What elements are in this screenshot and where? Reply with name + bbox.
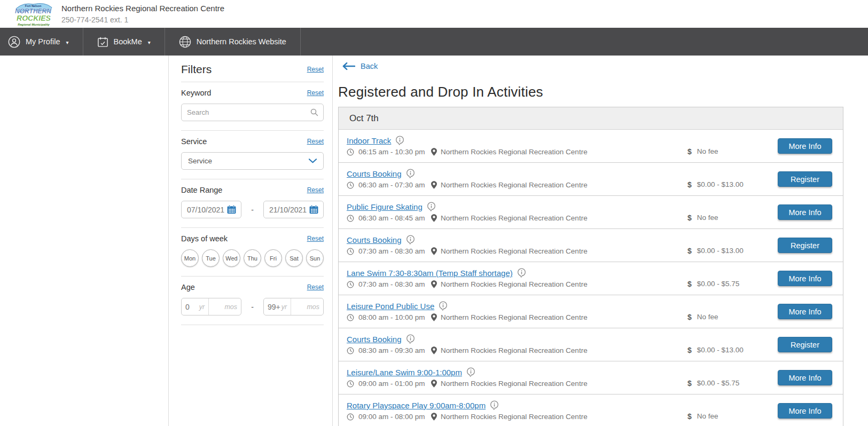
activity-action-button[interactable]: More Info [778,271,832,286]
keyword-search-input[interactable] [181,104,324,121]
days-of-week-reset-link[interactable]: Reset [307,235,324,242]
activity-title-link[interactable]: Public Figure Skating [347,202,423,211]
activity-location: Northern Rockies Regional Recreation Cen… [441,346,588,354]
service-select[interactable]: Service [181,152,324,170]
activity-fee: $0.00 - $5.75 [697,379,740,387]
dollar-icon: $ [687,181,692,188]
activity-title-link[interactable]: Courts Booking [347,235,402,244]
calendar-icon[interactable] [309,205,318,214]
clock-icon [347,182,354,189]
back-arrow-icon [342,62,355,70]
activity-time: 06:30 am - 08:45 am [358,214,425,222]
day-toggle-button[interactable]: Tue [202,249,220,267]
date-to-value: 21/10/2021 [269,206,307,214]
activity-action-button[interactable]: Register [778,171,832,187]
activity-fee: $0.00 - $5.75 [697,280,740,288]
activity-title-link[interactable]: Leisure Pond Public Use [347,302,434,311]
activity-title-link[interactable]: Courts Booking [347,335,402,344]
nav-item-website[interactable]: Northern Rockies Website [165,28,301,56]
service-reset-link[interactable]: Reset [307,138,324,145]
day-toggle-button[interactable]: Wed [223,249,240,267]
activity-location: Northern Rockies Regional Recreation Cen… [441,181,588,189]
info-icon[interactable] [406,334,415,344]
date-range-label: Date Range [181,186,222,194]
date-range-separator: - [241,206,263,214]
activity-row: Lane Swim 7:30-8:30am (Temp Staff shorta… [339,262,843,295]
activity-time: 08:30 am - 09:30 am [358,346,425,354]
age-from-years-input[interactable]: 0 yr [182,298,208,315]
nav-item-my-profile[interactable]: My Profile ▾ [0,28,83,56]
age-to-years-input[interactable]: 99+ yr [264,298,291,315]
day-toggle-button[interactable]: Thu [244,249,261,267]
service-select-value: Service [188,157,212,165]
date-to-input[interactable]: 21/10/2021 [263,201,324,218]
site-phone: 250-774-2541 ext. 1 [61,15,224,24]
activity-title-link[interactable]: Indoor Track [347,136,391,145]
activity-action-button[interactable]: More Info [778,304,832,319]
age-to-months-input[interactable]: mos [291,298,323,315]
info-icon[interactable] [517,268,526,278]
activity-location: Northern Rockies Regional Recreation Cen… [441,413,588,421]
activity-action-button[interactable]: Register [778,337,832,352]
location-pin-icon [431,313,437,321]
nav-item-label: My Profile [26,37,60,46]
dollar-icon: $ [687,280,692,288]
logo-bottom-text: Regional Municipality [18,23,50,26]
location-pin-icon [431,346,437,354]
day-toggle-button[interactable]: Fri [264,249,282,267]
info-icon[interactable] [395,136,404,146]
age-years-suffix: yr [199,303,205,311]
activity-action-button[interactable]: More Info [778,403,832,419]
filters-reset-all-link[interactable]: Reset [307,66,324,73]
info-icon[interactable] [439,301,448,311]
activity-action-button[interactable]: More Info [778,204,832,220]
age-from-years-value: 0 [185,303,190,311]
logo-top-text: Fort Nelson [25,4,42,7]
date-from-input[interactable]: 07/10/2021 [181,201,241,218]
age-months-suffix: mos [307,303,319,311]
activity-fee: $0.00 - $13.00 [697,180,744,188]
activity-title-link[interactable]: Rotary Playspace Play 9:00am-8:00pm [347,401,486,410]
location-pin-icon [431,380,437,388]
clock-icon [347,413,354,421]
age-reset-link[interactable]: Reset [307,283,324,291]
globe-icon [179,36,191,48]
calendar-icon[interactable] [227,205,236,214]
activity-time: 08:00 am - 10:00 pm [358,313,425,321]
filters-title: Filters [181,63,212,76]
age-from-months-input[interactable]: mos [208,298,241,315]
activity-row: Rotary Playspace Play 9:00am-8:00pm [339,395,843,426]
back-link[interactable]: Back [342,62,378,70]
activity-time: 06:15 am - 10:30 pm [358,148,425,156]
keyword-reset-link[interactable]: Reset [307,89,324,97]
age-from-group: 0 yr mos [181,298,241,315]
activity-fee: No fee [697,412,718,420]
age-to-years-value: 99+ [268,303,280,311]
activity-title-link[interactable]: Leisure/Lane Swim 9:00-1:00pm [347,368,462,377]
activities-table: Oct 7th Indoor Track [338,107,843,426]
age-years-suffix: yr [281,303,287,311]
location-pin-icon [431,214,437,222]
activity-fee: No fee [697,214,718,222]
activity-row: Public Figure Skating 0 [339,196,843,229]
activities-list: Indoor Track 06:15 am - [339,130,843,426]
day-toggle-button[interactable]: Mon [181,249,199,267]
info-icon[interactable] [427,202,436,212]
info-icon[interactable] [406,235,415,245]
activity-title-link[interactable]: Lane Swim 7:30-8:30am (Temp Staff shorta… [347,269,513,278]
info-icon[interactable] [406,169,415,179]
main-content: Back Registered and Drop In Activities O… [338,56,843,426]
clock-icon [347,281,354,288]
day-toggle-button[interactable]: Sat [285,249,303,267]
date-range-reset-link[interactable]: Reset [307,186,324,194]
day-toggle-button[interactable]: Sun [306,249,324,267]
activity-title-link[interactable]: Courts Booking [347,169,402,178]
activity-action-button[interactable]: Register [778,238,832,253]
activity-action-button[interactable]: More Info [778,370,832,385]
activity-action-button[interactable]: More Info [778,138,832,154]
dollar-icon: $ [687,214,692,222]
info-icon[interactable] [490,400,499,411]
info-icon[interactable] [466,367,475,377]
nav-item-bookme[interactable]: BookMe ▾ [83,28,165,56]
clock-icon [347,380,354,388]
